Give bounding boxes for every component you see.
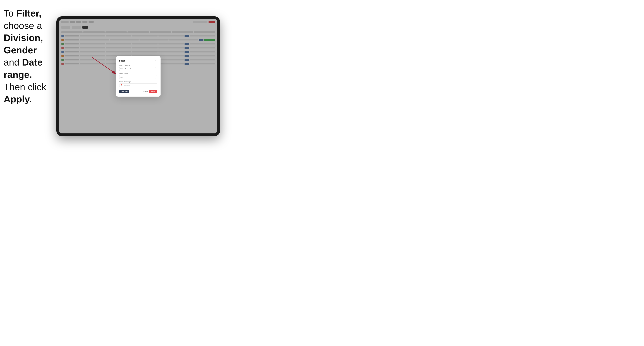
- modal-overlay: Filter × Select a division NCAA Division…: [59, 19, 217, 133]
- modal-footer: Clear filter Cancel Apply: [119, 90, 157, 93]
- gender-select-value: Men: [120, 76, 124, 78]
- division-clear-icon[interactable]: ×: [153, 68, 154, 70]
- division-select-actions: × ⌃⌄: [153, 67, 156, 71]
- tablet-frame: Filter × Select a division NCAA Division…: [56, 16, 220, 136]
- gender-chevron-icon: ⌃⌄: [155, 76, 156, 79]
- date-input[interactable]: 📅 Pick a date: [119, 83, 157, 87]
- division-select[interactable]: NCAA Division I × ⌃⌄: [119, 67, 157, 71]
- instruction-text: To Filter, choose aDivision, Genderand D…: [4, 7, 58, 105]
- date-placeholder: Pick a date: [123, 84, 130, 86]
- division-chevron-icon: ⌃⌄: [155, 67, 156, 71]
- modal-title: Filter: [119, 59, 125, 62]
- gender-clear-icon[interactable]: ×: [153, 76, 154, 78]
- date-label: Select Date range: [119, 81, 157, 83]
- division-form-group: Select a division NCAA Division I × ⌃⌄: [119, 65, 157, 71]
- calendar-icon: 📅: [120, 84, 122, 86]
- gender-select[interactable]: Men × ⌃⌄: [119, 75, 157, 79]
- instruction-line1: To Filter, choose aDivision, Genderand D…: [4, 8, 46, 104]
- modal-header: Filter ×: [119, 59, 157, 62]
- footer-right-actions: Cancel Apply: [144, 90, 157, 93]
- date-form-group: Select Date range 📅 Pick a date: [119, 81, 157, 87]
- gender-form-group: Select gender Men × ⌃⌄: [119, 73, 157, 79]
- gender-select-actions: × ⌃⌄: [153, 76, 156, 79]
- apply-button[interactable]: Apply: [149, 90, 157, 93]
- tablet-screen: Filter × Select a division NCAA Division…: [59, 19, 217, 133]
- cancel-button[interactable]: Cancel: [144, 91, 148, 92]
- division-select-value: NCAA Division I: [120, 68, 131, 70]
- close-icon[interactable]: ×: [155, 59, 157, 62]
- gender-label: Select gender: [119, 73, 157, 74]
- clear-filter-button[interactable]: Clear filter: [119, 90, 129, 93]
- filter-modal: Filter × Select a division NCAA Division…: [116, 56, 160, 97]
- division-label: Select a division: [119, 65, 157, 66]
